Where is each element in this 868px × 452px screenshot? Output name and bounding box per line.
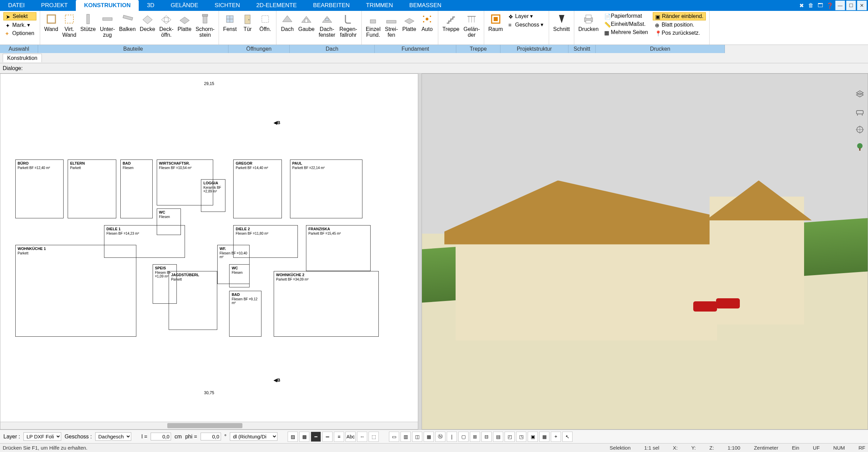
fundplatte-button[interactable]: Platte (400, 12, 418, 33)
fill-btn[interactable]: ▩ (299, 432, 309, 442)
konstruktion-subtab[interactable]: Konstruktion (3, 54, 42, 62)
treppe-button[interactable]: Treppe (440, 12, 461, 33)
room-wc2[interactable]: WCFliesen (229, 264, 249, 287)
vb13[interactable]: ▣ (528, 432, 538, 442)
room-bad1[interactable]: BADFliesen (120, 160, 153, 219)
schnitt-button[interactable]: Schnitt (551, 12, 572, 33)
scrollbar-thumb[interactable] (167, 423, 242, 428)
geschoss-select[interactable]: Dachgesch (95, 432, 131, 441)
dachfenster-button[interactable]: Dach- fenster (317, 12, 337, 39)
papierformat-button[interactable]: 📄Papierformat (602, 12, 650, 20)
vb2[interactable]: ▥ (401, 432, 411, 442)
hatch-btn[interactable]: ▨ (288, 432, 298, 442)
tab-projekt[interactable]: PROJEKT (33, 0, 76, 11)
linew2-btn[interactable]: ═ (322, 432, 333, 442)
raum-button[interactable]: Raum (486, 12, 505, 33)
deckoeffn-button[interactable]: Deck- öffn. (157, 12, 175, 39)
tab-konstruktion[interactable]: KONSTRUKTION (76, 0, 139, 11)
vb4[interactable]: ▦ (424, 432, 434, 442)
room-jagdstueberl[interactable]: JAGDSTÜBERLParkett (169, 271, 217, 330)
text-btn[interactable]: Abc (345, 432, 356, 442)
geschoss-dropdown[interactable]: ≡Geschoss ▾ (506, 21, 545, 29)
tree-panel-icon[interactable] (854, 141, 866, 153)
autofund-button[interactable]: Auto (418, 12, 436, 33)
room-buero[interactable]: BÜROParkett BF =12,40 m² (15, 160, 64, 219)
room-bad2[interactable]: BADFliesen BF =9,12 m² (229, 291, 261, 337)
room-paul[interactable]: PAULParkett BF =22,14 m² (290, 160, 363, 219)
minimize-button[interactable]: — (835, 1, 845, 10)
building-model[interactable] (444, 181, 823, 340)
room-gregor[interactable]: GREGORParkett BF =14,40 m² (233, 160, 282, 219)
wand-button[interactable]: Wand (42, 12, 60, 33)
streifen-button[interactable]: Strei- fen (382, 12, 400, 39)
drucken-button[interactable]: Drucken (576, 12, 601, 33)
tool-icon-2[interactable]: 🗑 (807, 1, 815, 10)
vb5[interactable]: Ⓝ (435, 432, 445, 442)
vb6[interactable]: ❘ (447, 432, 457, 442)
navigate-panel-icon[interactable] (854, 124, 866, 135)
selekt-button[interactable]: ➤Selekt (3, 12, 36, 20)
dach-button[interactable]: Dach (278, 12, 296, 33)
gelaender-button[interactable]: Gelän- der (461, 12, 482, 39)
vb15[interactable]: ⌖ (551, 432, 561, 442)
close-button[interactable]: ✕ (857, 1, 867, 10)
room-wohnkueche2[interactable]: WOHNKÜCHE 2Parkett BF =34,09 m² (274, 271, 379, 337)
raender-button[interactable]: ▣Ränder einblend. (653, 12, 706, 20)
vb8[interactable]: ⊞ (470, 432, 480, 442)
virt-wand-button[interactable]: Virt. Wand (60, 12, 78, 39)
maximize-button[interactable]: ☐ (846, 1, 856, 10)
schornstein-button[interactable]: Schorn- stein (193, 12, 217, 39)
tab-gelaende[interactable]: GELÄNDE (163, 0, 206, 11)
stuetze-button[interactable]: Stütze (78, 12, 98, 33)
tab-3d[interactable]: 3D (139, 0, 163, 11)
room-franziska[interactable]: FRANZISKAParkett BF =15,45 m² (306, 225, 371, 271)
tool-icon-1[interactable]: ✖ (797, 1, 805, 10)
pane-splitter[interactable] (418, 73, 422, 430)
fallrohr-button[interactable]: Regen- fallrohr (337, 12, 359, 39)
tab-datei[interactable]: DATEI (0, 0, 33, 11)
blattpos-button[interactable]: ⊕Blatt position. (653, 21, 706, 29)
floorplan-canvas[interactable]: 29,15 30,75 BÜROParkett BF =12,40 m² ELT… (7, 81, 411, 409)
tab-2d-elemente[interactable]: 2D-ELEMENTE (248, 0, 305, 11)
linew3-btn[interactable]: ≡ (334, 432, 344, 442)
vb7[interactable]: ▢ (458, 432, 469, 442)
layers-panel-icon[interactable] (854, 88, 866, 100)
vb11[interactable]: ◰ (505, 432, 515, 442)
tab-bemassen[interactable]: BEMASSEN (401, 0, 449, 11)
platte-button[interactable]: Platte (175, 12, 193, 33)
vb3[interactable]: ◫ (412, 432, 422, 442)
room-eltern[interactable]: ELTERNParkett (68, 160, 116, 219)
l-input[interactable] (151, 433, 171, 440)
layer-select[interactable]: LP DXF Foli (23, 432, 61, 441)
unterzug-button[interactable]: Unter- zug (98, 12, 117, 39)
furniture-panel-icon[interactable] (854, 106, 866, 118)
select-btn[interactable]: ⬚ (369, 432, 379, 442)
tuer-button[interactable]: Tür (239, 12, 256, 33)
vb10[interactable]: ▤ (493, 432, 503, 442)
vb16[interactable]: ↖ (562, 432, 573, 442)
tab-bearbeiten[interactable]: BEARBEITEN (305, 0, 358, 11)
mark-button[interactable]: ✦Mark. ▾ (3, 21, 36, 29)
einheit-button[interactable]: 📏Einheit/Maßst. (602, 20, 650, 28)
room-loggia[interactable]: LOGGIAKeramik BF =2,89 m² (201, 179, 225, 212)
floorplan-pane[interactable]: 29,15 30,75 BÜROParkett BF =12,40 m² ELT… (0, 73, 418, 430)
poszurueck-button[interactable]: 📍Pos zurücksetz. (653, 29, 706, 37)
balken-button[interactable]: Balken (117, 12, 138, 33)
help-icon[interactable]: ❓ (826, 1, 834, 10)
vb12[interactable]: ◳ (516, 432, 526, 442)
vb1[interactable]: ▭ (389, 432, 399, 442)
mode-select[interactable]: dl (Richtung/Di (230, 432, 277, 441)
tool-icon-3[interactable]: 🗔 (816, 1, 824, 10)
layer-dropdown[interactable]: ❖Layer ▾ (506, 12, 545, 20)
phi-input[interactable] (201, 433, 221, 440)
room-wohnkueche1[interactable]: WOHNKÜCHE 1Parkett (15, 245, 136, 337)
tab-trimmen[interactable]: TRIMMEN (358, 0, 401, 11)
oeffn-button[interactable]: Öffn. (256, 12, 274, 33)
3d-view-pane[interactable] (422, 73, 868, 430)
fenster-button[interactable]: Fenst (221, 12, 239, 33)
vb14[interactable]: ▦ (539, 432, 549, 442)
gaube-button[interactable]: Gaube (296, 12, 317, 33)
dim-btn[interactable]: ↔ (357, 432, 367, 442)
mehrere-seiten-button[interactable]: ▦Mehrere Seiten (602, 29, 650, 36)
linew1-btn[interactable]: ━ (311, 432, 321, 442)
